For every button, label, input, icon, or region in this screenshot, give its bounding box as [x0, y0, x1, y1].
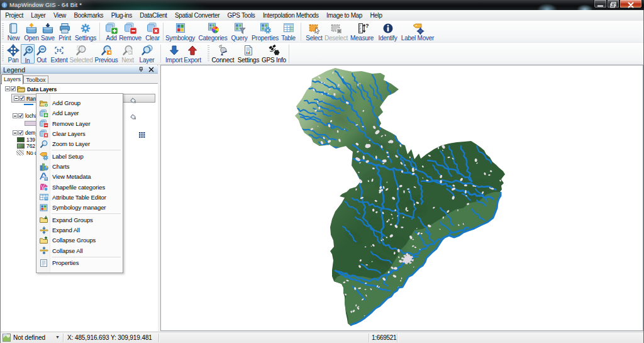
svg-text:?: ?	[365, 23, 369, 29]
